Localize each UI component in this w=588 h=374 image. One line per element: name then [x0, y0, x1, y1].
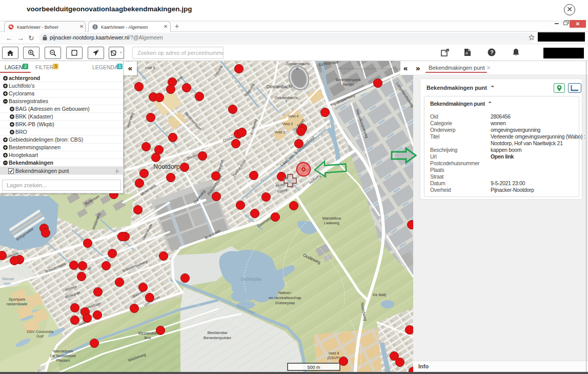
svg-text:Dobbeplas: Dobbeplas	[241, 277, 262, 282]
svg-text:Veld 2: Veld 2	[282, 122, 293, 126]
svg-text:Oostambacht: Oostambacht	[285, 62, 310, 66]
svg-text:Oostambacht: Oostambacht	[267, 84, 293, 89]
svg-text:II: II	[296, 66, 298, 71]
svg-text:Bieslandse: Bieslandse	[138, 331, 157, 336]
svg-text:Blauwe: Blauwe	[3, 277, 14, 281]
svg-text:Veld 8: Veld 8	[329, 351, 339, 356]
svg-text:Benedenpolder: Benedenpolder	[204, 336, 232, 340]
svg-text:Plassen: Plassen	[56, 358, 70, 363]
svg-text:Laakweg: Laakweg	[324, 221, 339, 225]
svg-text:?: ?	[491, 50, 494, 55]
svg-text:De Balij: De Balij	[373, 292, 386, 297]
svg-text:500 m: 500 m	[307, 365, 320, 370]
svg-text:Wandelbos: Wandelbos	[322, 216, 341, 221]
svg-text:rasserskade: rasserskade	[7, 302, 28, 306]
svg-text:Bos: Bos	[145, 336, 151, 340]
svg-text:Golf: Golf	[36, 334, 44, 339]
svg-text:Sportpark: Sportpark	[9, 297, 26, 302]
svg-text:De Nootdorpse: De Nootdorpse	[50, 353, 76, 358]
svg-text:Natuur-: Natuur-	[278, 290, 292, 295]
svg-text:I: I	[286, 100, 287, 104]
svg-text:Veld 4: Veld 4	[288, 114, 299, 119]
svg-text:Bedrijvenpark: Bedrijvenpark	[336, 77, 361, 82]
svg-text:(DSVP): (DSVP)	[327, 356, 340, 360]
svg-text:Veld 1: Veld 1	[275, 130, 286, 134]
svg-text:Dobbeplas: Dobbeplas	[275, 301, 295, 305]
svg-text:Hof 3: Hof 3	[145, 66, 155, 70]
svg-text:A: A	[465, 51, 468, 55]
svg-text:Bieslandse: Bieslandse	[207, 330, 228, 335]
svg-text:DSV Concordia: DSV Concordia	[27, 329, 54, 334]
svg-text:en recreatieschap: en recreatieschap	[269, 296, 301, 300]
svg-text:oper: oper	[4, 282, 11, 286]
svg-text:Heron: Heron	[342, 82, 354, 87]
svg-text:Nootdorp: Nootdorp	[153, 163, 179, 170]
svg-text:Wandelpark: Wandelpark	[53, 349, 73, 353]
